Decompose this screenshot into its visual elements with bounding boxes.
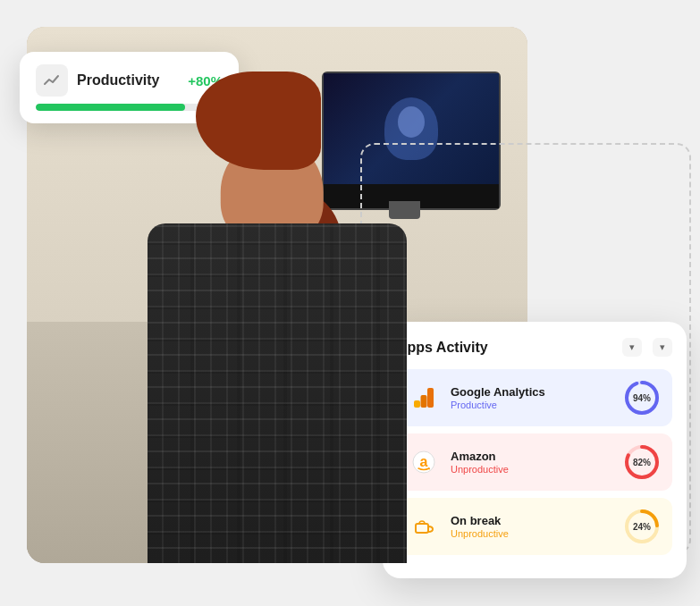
amazon-name: Amazon <box>451 450 611 463</box>
progress-bar-fill <box>36 104 185 111</box>
svg-rect-1 <box>421 395 427 408</box>
amazon-donut: 82% <box>622 442 662 482</box>
google-analytics-name: Google Analytics <box>451 385 611 399</box>
on-break-percent: 24% <box>633 522 651 532</box>
break-icon <box>408 510 440 543</box>
chart-icon <box>36 64 68 97</box>
apps-activity-title: Apps Activity <box>397 340 615 356</box>
app-item-amazon[interactable]: a Amazon Unproductive 82% <box>397 433 672 491</box>
google-analytics-info: Google Analytics Productive <box>451 385 611 410</box>
apps-activity-header: Apps Activity ▾ ▾ <box>397 338 672 357</box>
svg-rect-10 <box>416 524 428 533</box>
scene: Productivity +80% Apps Activity ▾ ▾ <box>0 0 700 606</box>
google-analytics-percent: 94% <box>633 393 651 403</box>
svg-rect-2 <box>427 388 434 408</box>
on-break-donut: 24% <box>622 507 662 546</box>
progress-bar-background <box>36 104 223 111</box>
app-item-google-analytics[interactable]: Google Analytics Productive 94% <box>397 369 672 426</box>
apps-activity-card: Apps Activity ▾ ▾ Google Analytics Produ… <box>383 322 687 578</box>
filter-icon-2: ▾ <box>660 341 665 353</box>
google-analytics-donut: 94% <box>622 378 662 417</box>
amazon-percent: 82% <box>633 458 651 467</box>
productivity-header: Productivity +80% <box>36 64 223 97</box>
amazon-icon: a <box>408 446 440 478</box>
on-break-name: On break <box>451 514 611 527</box>
filter-button-1[interactable]: ▾ <box>622 338 642 357</box>
filter-button-2[interactable]: ▾ <box>653 338 672 357</box>
google-analytics-status: Productive <box>451 400 611 410</box>
app-item-on-break[interactable]: On break Unproductive 24% <box>397 498 672 555</box>
google-analytics-icon <box>408 382 440 414</box>
productivity-title: Productivity <box>77 72 179 88</box>
on-break-info: On break Unproductive <box>451 514 611 539</box>
on-break-status: Unproductive <box>451 528 611 539</box>
svg-text:a: a <box>420 454 428 469</box>
amazon-status: Unproductive <box>451 464 611 475</box>
amazon-info: Amazon Unproductive <box>451 450 611 475</box>
svg-rect-0 <box>414 400 420 408</box>
filter-icon-1: ▾ <box>629 341 635 353</box>
